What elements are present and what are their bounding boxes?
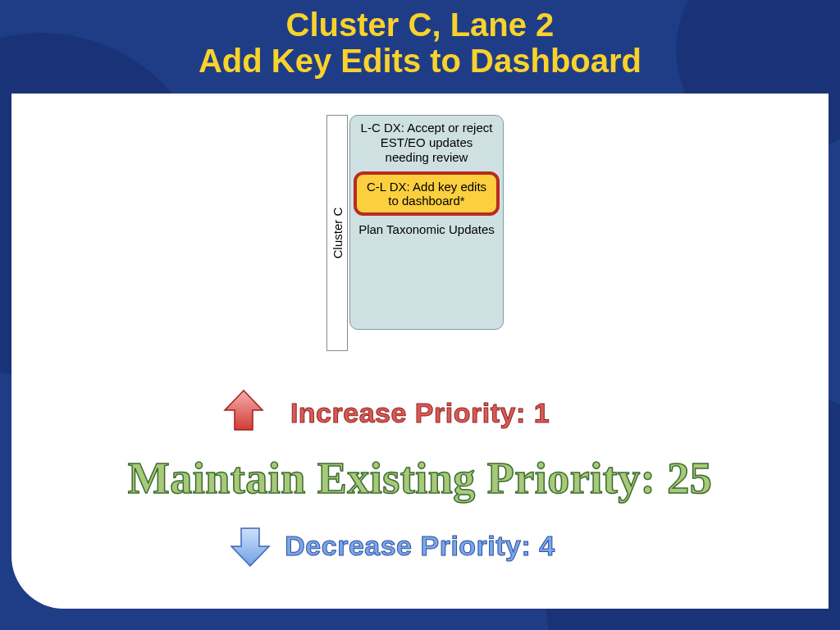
maintain-priority-row: Maintain Existing Priority: 25 <box>11 453 829 504</box>
title-line-2: Add Key Edits to Dashboard <box>0 43 840 79</box>
increase-value: 1 <box>534 397 550 428</box>
title-line-1: Cluster C, Lane 2 <box>0 7 840 43</box>
lane-cell-bottom: Plan Taxonomic Updates <box>350 217 503 242</box>
maintain-value: 25 <box>667 454 712 503</box>
decrease-priority-row: Decrease Priority: 4 <box>11 530 829 562</box>
decrease-label: Decrease Priority: <box>285 530 539 561</box>
slide-title: Cluster C, Lane 2 Add Key Edits to Dashb… <box>0 7 840 79</box>
maintain-label: Maintain Existing Priority: <box>128 454 667 503</box>
increase-label: Increase Priority: <box>290 397 534 428</box>
decrease-value: 4 <box>539 530 555 561</box>
lane-cell-highlight: C-L DX: Add key edits to dashboard* <box>354 171 500 216</box>
lane-box: L-C DX: Accept or reject EST/EO updates … <box>349 115 504 330</box>
content-card: Cluster C L-C DX: Accept or reject EST/E… <box>11 94 829 609</box>
cluster-diagram: Cluster C L-C DX: Accept or reject EST/E… <box>326 115 522 366</box>
lane-cell-top: L-C DX: Accept or reject EST/EO updates … <box>350 116 503 170</box>
cluster-label-box: Cluster C <box>326 115 348 351</box>
cluster-label-text: Cluster C <box>331 208 345 259</box>
increase-priority-row: Increase Priority: 1 <box>11 397 829 429</box>
